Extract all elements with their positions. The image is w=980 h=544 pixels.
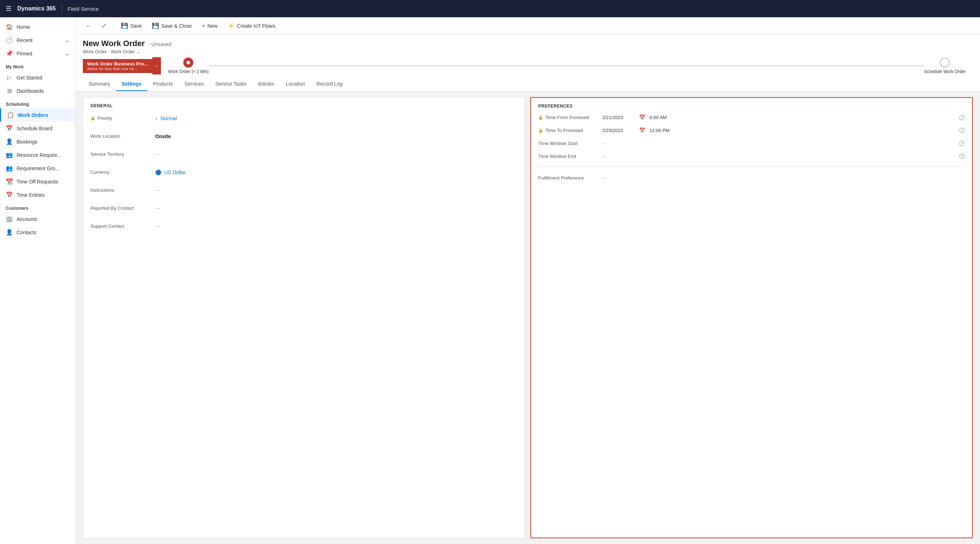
- work-location-value: Onsite: [155, 132, 517, 139]
- tab-articles[interactable]: Articles: [252, 77, 280, 91]
- back-button[interactable]: ←: [81, 21, 96, 31]
- time-from-calendar-icon[interactable]: 📅: [639, 114, 645, 120]
- sidebar-item-label: Get Started: [17, 75, 43, 81]
- fulfillment-preference-label: Fulfillment Preference: [538, 175, 600, 181]
- breadcrumb-item-1[interactable]: Work Order: [83, 49, 107, 54]
- progress-node-2[interactable]: Schedule Work Order: [924, 57, 966, 74]
- progress-line: [209, 65, 924, 66]
- sidebar-item-dashboards[interactable]: ⊞ Dashboards: [0, 84, 75, 97]
- save-close-button[interactable]: 💾 Save & Close: [148, 20, 196, 31]
- sidebar-item-get-started[interactable]: ▷ Get Started: [0, 71, 75, 84]
- new-icon: +: [202, 23, 205, 29]
- pin-icon: 📌: [6, 50, 13, 57]
- time-to-date[interactable]: 2/23/2023: [602, 128, 635, 133]
- bookings-icon: 👤: [6, 138, 13, 145]
- sidebar-item-time-off[interactable]: 📆 Time Off Requests: [0, 175, 75, 188]
- progress-node-circle-1: [183, 57, 193, 68]
- sidebar-item-recent[interactable]: 🕐 Recent ⌄: [0, 33, 75, 47]
- tabs-bar: Summary Settings Products Services Servi…: [76, 77, 980, 91]
- time-window-start-value[interactable]: ---: [602, 141, 607, 146]
- sidebar-item-label: Work Orders: [18, 112, 48, 118]
- sidebar-item-pinned[interactable]: 📌 Pinned ⌄: [0, 47, 75, 60]
- currency-icon: 🔵: [155, 170, 161, 175]
- time-from-promised-label: 🔒 Time From Promised: [538, 115, 600, 120]
- time-to-time[interactable]: 12:00 PM: [649, 128, 678, 133]
- time-to-calendar-icon[interactable]: 📅: [639, 127, 645, 133]
- sidebar-item-home[interactable]: 🏠 Home: [0, 20, 75, 33]
- time-window-end-value[interactable]: ---: [602, 154, 607, 159]
- sidebar-item-time-entries[interactable]: 📅 Time Entries: [0, 188, 75, 201]
- section-label-scheduling: Scheduling: [0, 97, 75, 108]
- sidebar-item-label: Requirement Gro...: [17, 165, 59, 171]
- preferences-section: PREFERENCES 🔒 Time From Promised 2/21/20…: [530, 97, 973, 538]
- expand-button[interactable]: ⤢: [97, 20, 111, 31]
- priority-value[interactable]: ↕ Normal: [155, 114, 517, 121]
- section-label-customers: Customers: [0, 201, 75, 212]
- progress-node-label-2: Schedule Work Order: [924, 69, 966, 74]
- time-from-time[interactable]: 8:00 AM: [649, 115, 678, 120]
- new-button[interactable]: + New: [198, 21, 222, 31]
- sidebar-item-label: Contacts: [17, 230, 37, 235]
- currency-value[interactable]: 🔵 US Dollar: [155, 168, 517, 175]
- support-contact-label: Support Contact: [91, 222, 155, 229]
- expand-icon: ⤢: [102, 22, 106, 29]
- tab-service-tasks[interactable]: Service Tasks: [210, 77, 252, 91]
- sidebar-item-accounts[interactable]: 🏢 Accounts: [0, 212, 75, 225]
- iot-label: Create IoT Flows: [237, 23, 275, 29]
- schedule-board-icon: 📅: [6, 125, 13, 132]
- stage-title: Work Order Business Pro...: [87, 61, 148, 67]
- app-brand: Dynamics 365: [17, 5, 56, 12]
- time-from-lock-icon: 🔒: [538, 115, 543, 120]
- progress-node-1[interactable]: Work Order (< 1 Min): [168, 57, 209, 74]
- breadcrumb-item-2[interactable]: Work Order: [111, 49, 135, 54]
- stage-collapse-button[interactable]: ‹: [152, 57, 161, 75]
- tab-record-log[interactable]: Record Log: [311, 77, 348, 91]
- sidebar-item-work-orders[interactable]: 📋 Work Orders: [0, 108, 75, 122]
- support-contact-value[interactable]: ---: [155, 222, 517, 229]
- time-window-start-row: Time Window Start --- 🕐: [538, 140, 965, 146]
- time-from-promised-row: 🔒 Time From Promised 2/21/2023 📅 8:00 AM…: [538, 114, 965, 120]
- sidebar-item-resource-req[interactable]: 👥 Resource Require...: [0, 148, 75, 162]
- save-button[interactable]: 💾 Save: [117, 20, 146, 31]
- tab-summary[interactable]: Summary: [83, 77, 116, 91]
- toolbar-divider-1: [113, 21, 114, 31]
- breadcrumb: Work Order · Work Order ⌄: [83, 49, 973, 54]
- sidebar-item-label: Dashboards: [17, 88, 44, 94]
- reported-by-value[interactable]: ---: [155, 204, 517, 211]
- service-territory-value[interactable]: ---: [155, 150, 517, 157]
- module-name: Field Service: [68, 6, 99, 12]
- time-from-date[interactable]: 2/21/2023: [602, 115, 635, 120]
- tab-products[interactable]: Products: [147, 77, 178, 91]
- time-from-clock-icon[interactable]: 🕐: [959, 114, 965, 120]
- hamburger-menu[interactable]: ☰: [6, 5, 11, 13]
- breadcrumb-chevron: ⌄: [137, 49, 140, 54]
- fulfillment-preference-value[interactable]: ---: [602, 175, 607, 181]
- sidebar-item-bookings[interactable]: 👤 Bookings: [0, 135, 75, 148]
- sidebar-item-schedule-board[interactable]: 📅 Schedule Board: [0, 122, 75, 135]
- instructions-row: Instructions ---: [91, 186, 517, 198]
- time-window-start-label: Time Window Start: [538, 141, 600, 146]
- tab-services[interactable]: Services: [178, 77, 210, 91]
- instructions-value[interactable]: ---: [155, 186, 517, 193]
- sidebar-item-contacts[interactable]: 👤 Contacts: [0, 225, 75, 239]
- content-area: ← ⤢ 💾 Save 💾 Save & Close + New ⚡ Create…: [76, 17, 980, 544]
- main-layout: 🏠 Home 🕐 Recent ⌄ 📌 Pinned ⌄ My Work ▷ G…: [0, 17, 980, 544]
- currency-row: Currency 🔵 US Dollar: [91, 168, 517, 179]
- iot-icon: ⚡: [228, 22, 235, 29]
- iot-flows-button[interactable]: ⚡ Create IoT Flows: [223, 20, 279, 31]
- progress-node-label-1: Work Order (< 1 Min): [168, 69, 209, 74]
- tab-location[interactable]: Location: [280, 77, 311, 91]
- time-window-end-clock-icon[interactable]: 🕐: [959, 153, 965, 159]
- sidebar-item-requirement-gro[interactable]: 👥 Requirement Gro...: [0, 162, 75, 175]
- fulfillment-preference-row: Fulfillment Preference ---: [538, 175, 965, 181]
- progress-node-inner: [186, 61, 190, 64]
- time-to-clock-icon[interactable]: 🕐: [959, 127, 965, 133]
- progress-stage-card[interactable]: Work Order Business Pro... Active for le…: [83, 59, 152, 73]
- time-window-start-clock-icon[interactable]: 🕐: [959, 140, 965, 146]
- time-to-promised-row: 🔒 Time To Promised 2/23/2023 📅 12:00 PM …: [538, 127, 965, 133]
- priority-row: 🔒 Priority ↕ Normal: [91, 114, 517, 125]
- section-label-mywork: My Work: [0, 60, 75, 71]
- chevron-down-icon: ⌄: [65, 51, 70, 57]
- nav-divider: [62, 4, 62, 13]
- tab-settings[interactable]: Settings: [116, 77, 147, 91]
